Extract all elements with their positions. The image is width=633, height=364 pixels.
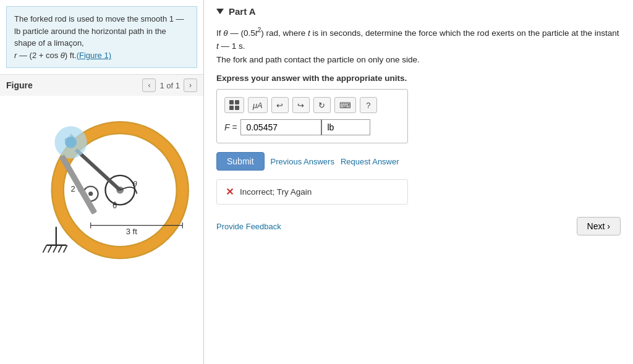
figure-header: Figure ‹ 1 of 1 › [0, 74, 203, 96]
incorrect-box: ✕ Incorrect; Try Again [216, 179, 408, 205]
problem-description: The forked rod is used to move the smoot… [6, 6, 197, 68]
feedback-link[interactable]: Provide Feedback [216, 222, 281, 231]
svg-line-21 [58, 245, 62, 253]
right-panel: Part A If θ — (0.5t2) rad, where t is in… [204, 0, 633, 364]
svg-line-20 [53, 245, 57, 253]
incorrect-text: Incorrect; Try Again [240, 187, 312, 197]
figure-link[interactable]: (Figure 1) [77, 51, 111, 60]
figure-title: Figure [6, 80, 142, 90]
input-row: F = [224, 119, 400, 135]
svg-line-19 [48, 245, 52, 253]
svg-text:θ: θ [132, 179, 137, 188]
svg-line-22 [64, 245, 67, 253]
answer-box: μA ↩ ↪ ↻ ⌨ ? F = [216, 89, 408, 143]
figure-count: 1 of 1 [159, 81, 180, 90]
part-header: Part A [216, 6, 621, 17]
button-row: Submit Previous Answers Request Answer [216, 152, 621, 171]
svg-point-24 [88, 192, 93, 196]
toolbar: μA ↩ ↪ ↻ ⌨ ? [224, 97, 400, 113]
unit-input[interactable] [321, 119, 370, 135]
description-text: The forked rod is used to move the smoot… [14, 14, 184, 60]
next-figure-button[interactable]: › [184, 78, 197, 92]
left-panel: The forked rod is used to move the smoot… [0, 0, 204, 364]
answer-input[interactable] [240, 119, 321, 135]
express-label: Express your answer with the appropriate… [216, 74, 621, 83]
figure-scroll[interactable]: θ θ̇ 2 ft 3 ft [0, 96, 203, 364]
refresh-button[interactable]: ↻ [313, 97, 331, 113]
help-button[interactable]: ? [360, 97, 377, 113]
collapse-icon[interactable] [216, 9, 224, 14]
footer-row: Provide Feedback Next › [216, 217, 621, 235]
previous-answers-button[interactable]: Previous Answers [271, 157, 334, 166]
svg-point-8 [65, 137, 77, 148]
f-label: F = [224, 122, 237, 132]
problem-text: If θ — (0.5t2) rad, where t is in second… [216, 25, 621, 66]
svg-line-4 [76, 150, 120, 190]
figure-navigation: ‹ 1 of 1 › [142, 78, 197, 92]
part-label: Part A [229, 6, 256, 17]
grid-button[interactable] [224, 97, 244, 113]
redo-button[interactable]: ↪ [292, 97, 310, 113]
svg-text:3 ft: 3 ft [126, 227, 138, 236]
figure-area: θ θ̇ 2 ft 3 ft [0, 96, 203, 364]
prev-figure-button[interactable]: ‹ [142, 78, 156, 92]
next-button[interactable]: Next › [577, 217, 621, 235]
svg-line-18 [43, 245, 46, 253]
x-icon: ✕ [226, 186, 234, 198]
mu-button[interactable]: μA [248, 97, 268, 113]
svg-text:θ̇: θ̇ [113, 201, 117, 210]
undo-button[interactable]: ↩ [271, 97, 289, 113]
request-answer-button[interactable]: Request Answer [341, 157, 399, 166]
keyboard-button[interactable]: ⌨ [334, 97, 356, 113]
figure-svg: θ θ̇ 2 ft 3 ft [0, 96, 203, 277]
next-chevron-icon: › [607, 221, 610, 231]
submit-button[interactable]: Submit [216, 152, 265, 171]
